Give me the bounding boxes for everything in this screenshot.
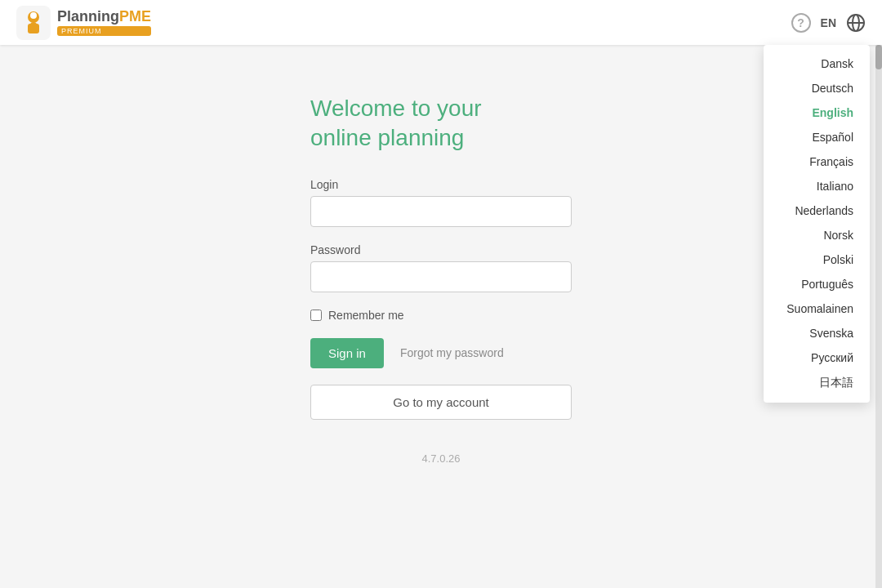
password-field-group: Password bbox=[310, 243, 572, 292]
lang-option-pt[interactable]: Português bbox=[764, 272, 870, 296]
globe-icon[interactable] bbox=[846, 13, 866, 33]
login-field-group: Login bbox=[310, 178, 572, 227]
lang-option-ja[interactable]: 日本語 bbox=[764, 370, 870, 396]
logo-text: PlanningPME PREMIUM bbox=[57, 9, 151, 36]
sign-in-button[interactable]: Sign in bbox=[310, 338, 384, 368]
lang-option-ru[interactable]: Русский bbox=[764, 345, 870, 370]
svg-point-3 bbox=[30, 12, 37, 19]
lang-option-it[interactable]: Italiano bbox=[764, 174, 870, 198]
lang-option-es[interactable]: Español bbox=[764, 125, 870, 149]
help-icon[interactable]: ? bbox=[791, 13, 811, 33]
header: PlanningPME PREMIUM ? EN bbox=[0, 0, 882, 45]
main-content: Welcome to your online planning Login Pa… bbox=[0, 45, 882, 465]
header-right: ? EN bbox=[791, 13, 866, 33]
remember-me-checkbox[interactable] bbox=[310, 310, 322, 321]
lang-option-no[interactable]: Norsk bbox=[764, 223, 870, 247]
remember-me-label[interactable]: Remember me bbox=[328, 309, 404, 322]
remember-me-row: Remember me bbox=[310, 309, 572, 322]
go-to-account-button[interactable]: Go to my account bbox=[310, 385, 572, 420]
scrollbar-track[interactable] bbox=[875, 45, 882, 588]
language-dropdown: DanskDeutschEnglishEspañolFrançaisItalia… bbox=[764, 45, 870, 403]
login-label: Login bbox=[310, 178, 572, 191]
version-text: 4.7.0.26 bbox=[310, 452, 572, 465]
lang-option-nl[interactable]: Nederlands bbox=[764, 198, 870, 223]
lang-option-pl[interactable]: Polski bbox=[764, 247, 870, 272]
lang-option-fi[interactable]: Suomalainen bbox=[764, 296, 870, 321]
language-code[interactable]: EN bbox=[821, 16, 836, 29]
svg-rect-2 bbox=[28, 24, 39, 33]
lang-option-da[interactable]: Dansk bbox=[764, 51, 870, 76]
forgot-password-link[interactable]: Forgot my password bbox=[400, 346, 504, 359]
lang-option-en[interactable]: English bbox=[764, 100, 870, 125]
lang-option-fr[interactable]: Français bbox=[764, 149, 870, 174]
scrollbar-thumb[interactable] bbox=[875, 45, 882, 69]
actions-row: Sign in Forgot my password bbox=[310, 338, 572, 368]
welcome-title: Welcome to your online planning bbox=[310, 94, 572, 154]
password-input[interactable] bbox=[310, 261, 572, 292]
lang-option-de[interactable]: Deutsch bbox=[764, 76, 870, 100]
logo-premium-badge: PREMIUM bbox=[57, 26, 151, 36]
login-input[interactable] bbox=[310, 196, 572, 227]
password-label: Password bbox=[310, 243, 572, 256]
logo-planning-text: Planning bbox=[57, 9, 119, 25]
logo-area: PlanningPME PREMIUM bbox=[16, 6, 151, 40]
login-form-container: Welcome to your online planning Login Pa… bbox=[310, 94, 572, 465]
lang-option-sv[interactable]: Svenska bbox=[764, 321, 870, 345]
logo-icon bbox=[16, 6, 51, 40]
logo-pme-text: PME bbox=[119, 9, 151, 25]
